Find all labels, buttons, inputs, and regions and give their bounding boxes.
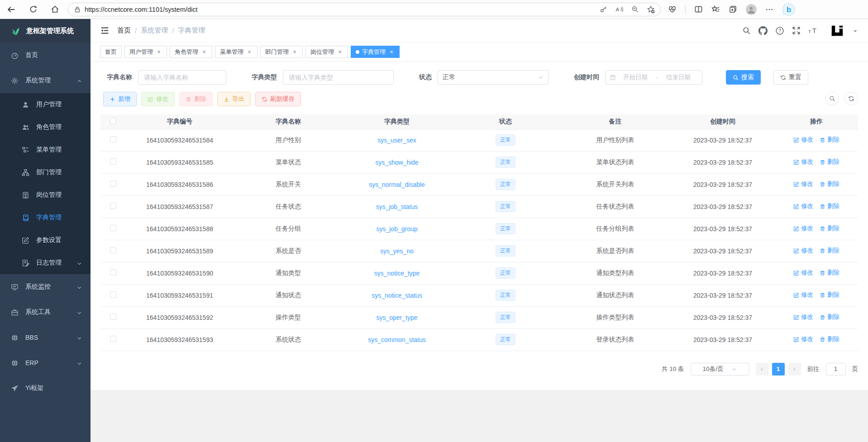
sidebar-item-系统监控[interactable]: 系统监控 — [0, 274, 91, 299]
dict-type-link[interactable]: sys_yes_no — [380, 247, 414, 255]
row-edit-link[interactable]: 修改 — [793, 136, 813, 144]
row-edit-link[interactable]: 修改 — [793, 224, 813, 233]
dict-type-link[interactable]: sys_job_status — [376, 203, 418, 210]
sidebar-item-角色管理[interactable]: 角色管理 — [0, 116, 91, 138]
header-search-icon[interactable] — [742, 26, 751, 35]
help-question-icon[interactable]: ? — [775, 26, 784, 35]
toggle-search-circle-button[interactable] — [825, 92, 839, 105]
dict-type-link[interactable]: sys_job_group — [376, 225, 417, 233]
goto-page-input[interactable] — [826, 363, 846, 375]
zoom-out-icon[interactable] — [631, 5, 639, 13]
dict-type-link[interactable]: sys_notice_status — [372, 292, 422, 299]
row-edit-link[interactable]: 修改 — [793, 269, 813, 277]
tab-字典管理[interactable]: 字典管理× — [351, 46, 400, 58]
font-size-icon[interactable]: TT — [808, 27, 819, 35]
row-delete-link[interactable]: 删除 — [820, 158, 839, 166]
sidebar-item-系统管理[interactable]: 系统管理 — [0, 68, 91, 93]
sidebar-item-日志管理[interactable]: 日志管理 — [0, 252, 91, 274]
row-delete-link[interactable]: 删除 — [820, 269, 839, 277]
copilot-bing-icon[interactable]: b — [782, 3, 796, 16]
browser-essentials-icon[interactable] — [668, 5, 677, 14]
row-checkbox[interactable] — [110, 181, 116, 187]
add-favorite-star-icon[interactable] — [647, 5, 655, 14]
browser-menu-ellipsis-icon[interactable] — [765, 5, 773, 14]
dict-type-link[interactable]: sys_oper_type — [376, 314, 417, 321]
sidebar-item-字典管理[interactable]: 字典管理 — [0, 206, 91, 229]
select-all-checkbox[interactable] — [110, 118, 116, 124]
sidebar-item-首页[interactable]: 首页 — [0, 43, 91, 68]
row-checkbox[interactable] — [110, 269, 116, 276]
row-delete-link[interactable]: 删除 — [820, 313, 839, 321]
row-checkbox[interactable] — [110, 336, 116, 342]
row-edit-link[interactable]: 修改 — [793, 291, 813, 299]
tab-close-icon[interactable]: × — [156, 49, 162, 55]
row-delete-link[interactable]: 删除 — [820, 180, 839, 188]
row-delete-link[interactable]: 删除 — [820, 136, 839, 144]
address-bar[interactable]: https://ccnetcore.com:1101/system/dict A — [68, 3, 661, 16]
tab-close-icon[interactable]: × — [337, 49, 343, 55]
sidebar-item-参数设置[interactable]: 参数设置 — [0, 229, 91, 252]
row-checkbox[interactable] — [110, 291, 116, 298]
dict-type-link[interactable]: sys_user_sex — [377, 137, 416, 144]
breadcrumb-item[interactable]: 首页 — [117, 26, 131, 35]
row-edit-link[interactable]: 修改 — [793, 335, 813, 343]
row-checkbox[interactable] — [110, 247, 116, 253]
tab-close-icon[interactable]: × — [388, 49, 395, 55]
sidebar-collapse-icon[interactable] — [100, 26, 109, 35]
prev-page-button[interactable]: ‹ — [756, 363, 768, 375]
sidebar-item-系统工具[interactable]: 系统工具 — [0, 299, 91, 325]
browser-refresh-icon[interactable] — [28, 5, 38, 14]
tab-角色管理[interactable]: 角色管理× — [170, 46, 212, 58]
dict-name-input[interactable] — [138, 70, 226, 85]
password-key-icon[interactable] — [600, 5, 607, 13]
reset-button[interactable]: 重置 — [773, 70, 808, 85]
tab-岗位管理[interactable]: 岗位管理× — [305, 46, 348, 58]
sidebar-item-用户管理[interactable]: 用户管理 — [0, 93, 91, 116]
tab-菜单管理[interactable]: 菜单管理× — [215, 46, 258, 58]
row-checkbox[interactable] — [110, 314, 116, 320]
row-edit-link[interactable]: 修改 — [793, 158, 813, 166]
export-button[interactable]: 导出 — [217, 92, 251, 106]
page-size-select[interactable]: 10条/页 — [691, 363, 749, 375]
row-delete-link[interactable]: 删除 — [820, 335, 839, 343]
dict-type-link[interactable]: sys_common_status — [368, 336, 426, 343]
refresh-cache-button[interactable]: 刷新缓存 — [255, 92, 301, 106]
browser-back-icon[interactable] — [6, 5, 16, 14]
dict-type-link[interactable]: sys_notice_type — [374, 270, 420, 277]
sidebar-item-BBS[interactable]: BBS — [0, 325, 91, 350]
url-text[interactable]: https://ccnetcore.com:1101/system/dict — [85, 6, 600, 13]
tab-部门管理[interactable]: 部门管理× — [260, 46, 303, 58]
row-checkbox[interactable] — [110, 225, 116, 231]
delete-button[interactable]: 删除 — [179, 92, 213, 106]
browser-profile-avatar[interactable] — [746, 4, 757, 15]
tab-首页[interactable]: 首页 — [100, 46, 122, 58]
edit-button[interactable]: 修改 — [141, 92, 175, 106]
row-edit-link[interactable]: 修改 — [793, 247, 813, 255]
row-delete-link[interactable]: 删除 — [820, 247, 839, 255]
favorites-icon[interactable] — [711, 5, 720, 14]
read-aloud-icon[interactable]: A — [615, 5, 624, 13]
current-page-button[interactable]: 1 — [772, 363, 785, 375]
refresh-table-circle-button[interactable] — [844, 92, 858, 105]
collections-add-icon[interactable] — [729, 5, 737, 14]
add-button[interactable]: 新增 — [103, 92, 137, 106]
row-edit-link[interactable]: 修改 — [793, 313, 813, 321]
dict-type-link[interactable]: sys_show_hide — [375, 159, 419, 166]
row-edit-link[interactable]: 修改 — [793, 180, 813, 188]
tab-用户管理[interactable]: 用户管理× — [124, 46, 167, 58]
dict-type-link[interactable]: sys_normal_disable — [369, 181, 425, 188]
row-edit-link[interactable]: 修改 — [793, 202, 813, 210]
row-checkbox[interactable] — [110, 203, 116, 209]
date-range-picker[interactable]: 开始日期 - 结束日期 — [605, 70, 702, 85]
sidebar-item-菜单管理[interactable]: 菜单管理 — [0, 138, 91, 161]
browser-home-icon[interactable] — [50, 5, 60, 14]
sidebar-item-Yi框架[interactable]: Yi框架 — [0, 375, 91, 401]
row-checkbox[interactable] — [110, 136, 116, 143]
row-delete-link[interactable]: 删除 — [820, 224, 839, 233]
tab-close-icon[interactable]: × — [246, 49, 253, 55]
app-logo[interactable]: 意框架管理系统 — [0, 19, 91, 43]
row-delete-link[interactable]: 删除 — [820, 291, 839, 299]
github-icon[interactable] — [758, 26, 768, 35]
user-avatar[interactable] — [830, 24, 844, 38]
user-menu-caret-icon[interactable] — [853, 27, 858, 34]
